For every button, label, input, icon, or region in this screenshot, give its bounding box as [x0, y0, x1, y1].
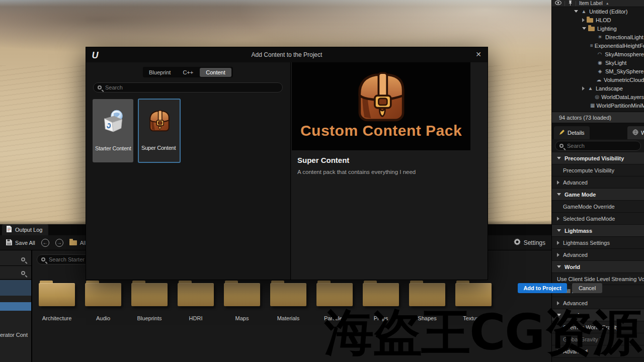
details-row-label: World	[565, 264, 580, 270]
pack-tile[interactable]: Starter Content	[93, 99, 133, 162]
details-search-box[interactable]	[555, 141, 641, 151]
outliner-item[interactable]: ◎WorldDataLayers	[552, 93, 644, 101]
outliner-item[interactable]: ▲Landscape	[552, 84, 644, 93]
pin-icon[interactable]	[568, 0, 573, 7]
expander-open-icon[interactable]	[557, 157, 561, 159]
sources-search-row-1[interactable]	[0, 253, 31, 266]
content-folder[interactable]: HDRI	[178, 283, 214, 306]
search-icon	[21, 257, 25, 261]
expander-open-icon[interactable]	[557, 193, 561, 196]
outliner-item[interactable]: ☁VolumetricCloud	[552, 75, 644, 84]
expander-closed-icon[interactable]	[557, 253, 559, 257]
expander-closed-icon[interactable]	[557, 217, 559, 221]
expander-open-icon[interactable]	[557, 265, 561, 268]
folder-icon	[85, 283, 121, 306]
pack-tile[interactable]: Super Content	[138, 99, 181, 163]
add-content-dialog: U Add Content to the Project ✕ Blueprint…	[86, 47, 488, 280]
details-category-row[interactable]: Game Mode	[552, 189, 644, 201]
details-row-label: Lightmass Settings	[563, 240, 610, 246]
search-icon	[21, 271, 25, 275]
outliner-item[interactable]: ≡ExponentialHeightFog	[552, 41, 644, 50]
details-tab-bar: Details World Settings	[552, 123, 644, 139]
content-folder[interactable]: Props	[363, 283, 399, 306]
tab-world-settings[interactable]: World Settings	[627, 126, 644, 139]
outliner-item[interactable]: ☀DirectionalLight	[552, 33, 644, 41]
sources-selected-item[interactable]	[0, 280, 31, 296]
expander-closed-icon[interactable]	[557, 180, 559, 185]
cloud-icon: ☁	[596, 77, 602, 82]
expander-open-icon[interactable]	[582, 27, 586, 30]
details-category-row[interactable]: World	[552, 261, 644, 273]
content-folder[interactable]: Shapes	[409, 283, 445, 306]
details-search-input[interactable]	[567, 143, 636, 149]
details-property-row[interactable]: Advanced	[552, 249, 644, 261]
path-all-button[interactable]: All	[69, 240, 86, 246]
outliner-item-label: Landscape	[596, 85, 623, 92]
expander-open-icon[interactable]	[557, 229, 561, 232]
expander-closed-icon[interactable]	[582, 18, 585, 22]
content-folder[interactable]: Audio	[85, 283, 121, 306]
details-property-row[interactable]: Advanced	[552, 176, 644, 189]
eye-icon[interactable]	[555, 1, 561, 6]
outliner-item[interactable]: ▦WorldPartitionMiniMap	[552, 101, 644, 110]
details-category-row[interactable]: Lightmass	[552, 225, 644, 237]
folder-open-icon	[588, 27, 595, 31]
close-icon[interactable]: ✕	[475, 50, 481, 58]
content-folder[interactable]: Particles	[316, 283, 353, 306]
details-row-label: Advanced	[563, 252, 588, 258]
forward-arrow-button[interactable]: →	[55, 239, 63, 247]
details-property-row[interactable]: Selected GameMode	[552, 213, 644, 225]
expander-closed-icon[interactable]	[557, 241, 559, 245]
outliner-header: Item Label ▲	[552, 0, 644, 7]
outliner-item-label: SkyAtmosphere	[605, 51, 644, 57]
satchel-icon	[351, 66, 412, 127]
content-folder[interactable]: Blueprints	[131, 283, 168, 306]
back-arrow-button[interactable]: ←	[41, 239, 49, 247]
details-row-label: Precomputed Visibility	[565, 155, 624, 161]
expander-closed-icon[interactable]	[582, 86, 585, 90]
content-folder[interactable]: Maps	[224, 283, 260, 306]
outliner-item[interactable]: HLOD	[552, 16, 644, 24]
tab-output-log[interactable]: Output Log	[2, 224, 48, 235]
pack-description: A content pack that contains everything …	[297, 169, 416, 175]
tab-details[interactable]: Details	[554, 126, 590, 139]
sort-ascending-icon[interactable]: ▲	[606, 2, 609, 5]
dialog-left-pane: BlueprintC++Content Starter Content Supe…	[86, 62, 291, 280]
search-icon	[559, 144, 564, 148]
details-row-label: Use Client Side Level Streaming Volumes	[557, 276, 644, 282]
content-folder[interactable]: Architecture	[39, 283, 75, 306]
dialog-search-input[interactable]	[105, 84, 278, 90]
tab-world-settings-label: World Settings	[641, 130, 644, 136]
dialog-search-box[interactable]	[93, 82, 283, 93]
outliner-item[interactable]: ◠SkyAtmosphere	[552, 50, 644, 58]
save-all-button[interactable]: Save All	[6, 239, 35, 246]
document-icon	[6, 226, 12, 233]
dialog-tab-content[interactable]: Content	[200, 68, 231, 77]
add-to-project-button[interactable]: Add to Project	[518, 283, 567, 293]
level-icon: ▲	[580, 9, 588, 14]
expander-open-icon[interactable]	[574, 10, 578, 13]
outliner-item-label: SM_SkySphere	[605, 68, 643, 74]
details-property-row[interactable]: GameMode Override	[552, 201, 644, 213]
outliner-item-label: Untitled (Editor)	[589, 9, 627, 15]
content-folder[interactable]: Materials	[270, 283, 306, 306]
sources-highlighted-item[interactable]	[0, 302, 31, 311]
settings-button[interactable]: Settings	[514, 238, 545, 247]
outliner-item[interactable]: ◉SkyLight	[552, 58, 644, 67]
details-property-row[interactable]: Precompute Visibility	[552, 164, 644, 176]
tab-details-label: Details	[568, 130, 585, 136]
outliner-item[interactable]: Lighting	[552, 24, 644, 33]
details-category-row[interactable]: Precomputed Visibility	[552, 152, 644, 164]
sources-search-row-2[interactable]	[0, 266, 31, 280]
content-folder[interactable]: Textures	[455, 283, 492, 306]
dialog-tab-blueprint[interactable]: Blueprint	[143, 68, 177, 77]
item-label-column-header[interactable]: Item Label	[579, 1, 603, 6]
sun-icon: ☀	[596, 34, 604, 40]
outliner-item[interactable]: ◈SM_SkySphere	[552, 67, 644, 75]
dialog-tab-c[interactable]: C++	[177, 68, 199, 77]
folder-icon	[224, 283, 260, 306]
details-property-row[interactable]: Lightmass Settings	[552, 237, 644, 249]
content-browser-left-strip: erator Cont	[0, 250, 32, 362]
cancel-button[interactable]: Cancel	[572, 283, 602, 293]
outliner-item[interactable]: ▲Untitled (Editor)	[552, 7, 644, 16]
